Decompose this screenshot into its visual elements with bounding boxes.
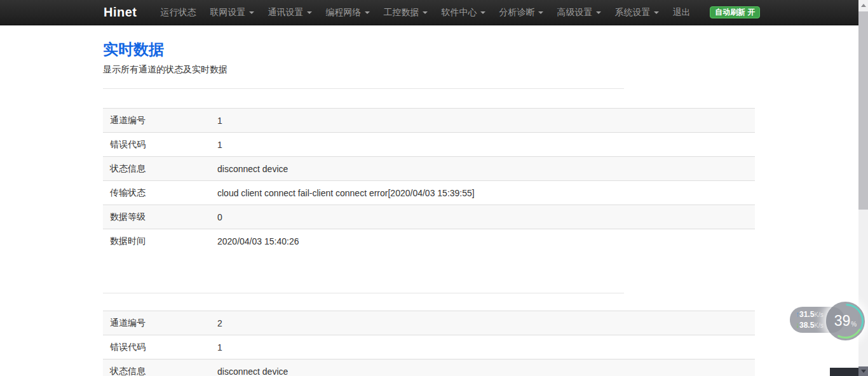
channel-2-table: 通道编号 2 错误代码 1 状态信息 disconnect device [103, 311, 755, 376]
row-label: 通道编号 [103, 318, 217, 329]
scrollbar-thumb[interactable] [858, 11, 868, 210]
nav-item-industrial-data[interactable]: 工控数据 [377, 0, 435, 25]
download-speed-value: 38.5 [799, 321, 814, 330]
nav-item-label: 系统设置 [615, 7, 651, 18]
table-row: 传输状态 cloud client connect fail-client co… [103, 180, 755, 205]
chevron-down-icon [423, 11, 428, 14]
row-value: 1 [217, 116, 755, 126]
table-row: 通道编号 1 [103, 108, 755, 132]
nav-item-network-settings[interactable]: 联网设置 [203, 0, 261, 25]
table-row: 数据等级 0 [103, 205, 755, 229]
page-subtitle: 显示所有通道的状态及实时数据 [103, 64, 755, 76]
chevron-down-icon [249, 11, 254, 14]
auto-refresh-toggle[interactable]: 自动刷新 开 [710, 6, 760, 18]
page-title: 实时数据 [103, 39, 755, 60]
nav-item-comm-settings[interactable]: 通讯设置 [261, 0, 319, 25]
download-speed-unit: K/s [814, 322, 823, 329]
divider [103, 88, 624, 89]
table-row: 错误代码 1 [103, 132, 755, 156]
nav-item-label: 通讯设置 [268, 7, 304, 18]
row-label: 状态信息 [103, 366, 217, 376]
scrollbar-up-button[interactable] [858, 0, 868, 11]
nav-item-label: 软件中心 [442, 7, 477, 18]
row-label: 错误代码 [103, 342, 217, 353]
upload-speed-value: 31.5 [799, 310, 814, 319]
row-label: 错误代码 [103, 139, 217, 151]
nav-item-label: 高级设置 [557, 7, 593, 18]
table-row: 通道编号 2 [103, 311, 755, 335]
nav-item-run-status[interactable]: 运行状态 [154, 0, 203, 25]
nav-item-advanced-settings[interactable]: 高级设置 [550, 0, 608, 25]
nav-item-programming-network[interactable]: 编程网络 [319, 0, 377, 25]
nav-item-label: 退出 [673, 7, 691, 18]
nav-item-label: 编程网络 [326, 7, 362, 18]
row-label: 通道编号 [103, 115, 217, 126]
row-label: 数据等级 [103, 211, 217, 223]
chevron-down-icon [480, 11, 485, 14]
row-value: cloud client connect fail-client connect… [217, 188, 755, 198]
row-value: 1 [217, 140, 755, 150]
brand-logo[interactable]: Hinet [104, 5, 137, 20]
table-row: 状态信息 disconnect device [103, 359, 755, 376]
divider [103, 293, 624, 293]
row-value: disconnect device [217, 366, 755, 376]
table-row: 错误代码 1 [103, 335, 755, 359]
table-row: 数据时间 2020/04/03 15:40:26 [103, 229, 755, 253]
chevron-down-icon [596, 11, 601, 14]
chevron-down-icon [307, 11, 312, 14]
chevron-down-icon [365, 11, 370, 14]
nav-item-label: 联网设置 [210, 7, 246, 18]
row-value: 0 [217, 212, 755, 222]
scroll-down-icon [861, 370, 866, 373]
row-value: disconnect device [217, 164, 755, 174]
channel-1-table: 通道编号 1 错误代码 1 状态信息 disconnect device 传输状… [103, 108, 755, 253]
row-label: 状态信息 [103, 163, 217, 175]
upload-speed-unit: K/s [814, 311, 823, 318]
row-value: 1 [217, 342, 755, 352]
nav-item-analysis-diagnosis[interactable]: 分析诊断 [492, 0, 550, 25]
table-row: 状态信息 disconnect device [103, 156, 755, 180]
nav-item-software-center[interactable]: 软件中心 [435, 0, 492, 25]
row-value: 2 [217, 318, 755, 328]
scrollbar-down-button[interactable] [858, 366, 868, 376]
progress-percent-circle[interactable]: 39 % [826, 302, 865, 340]
row-value: 2020/04/03 15:40:26 [217, 236, 755, 246]
nav-item-logout[interactable]: 退出 [666, 0, 698, 25]
main-content: 实时数据 显示所有通道的状态及实时数据 通道编号 1 错误代码 1 状态信息 d… [103, 39, 755, 376]
progress-ring-icon [826, 302, 865, 340]
row-label: 传输状态 [103, 187, 217, 199]
nav-item-label: 分析诊断 [499, 7, 535, 18]
row-label: 数据时间 [103, 236, 217, 247]
chevron-down-icon [654, 11, 659, 14]
top-navbar: Hinet 运行状态 联网设置 通讯设置 编程网络 工控数据 软件中心 分析诊断… [0, 0, 868, 25]
nav-item-label: 运行状态 [161, 7, 196, 18]
chevron-down-icon [538, 11, 543, 14]
nav-item-system-settings[interactable]: 系统设置 [608, 0, 666, 25]
nav-item-label: 工控数据 [384, 7, 419, 18]
scroll-up-icon [861, 4, 866, 7]
